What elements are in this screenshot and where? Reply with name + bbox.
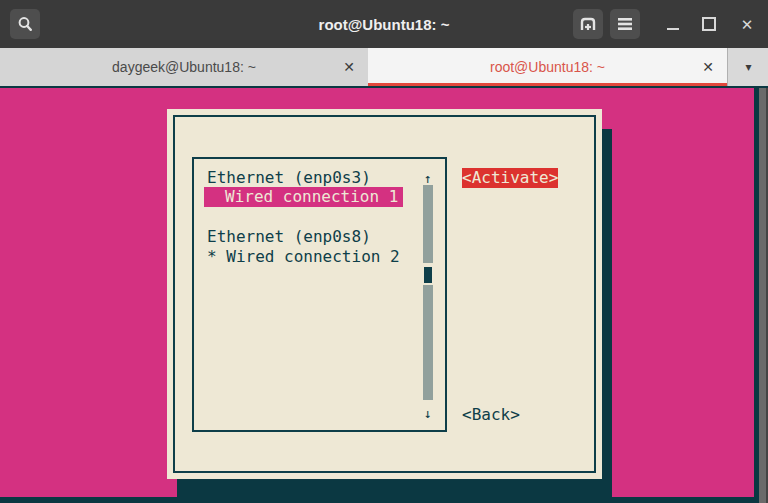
tab-bar: daygeek@Ubuntu18: ~ ✕ root@Ubuntu18: ~ ✕… [0,48,768,86]
new-tab-icon [577,13,599,35]
tab-label: daygeek@Ubuntu18: ~ [112,59,256,75]
list-group-label: Ethernet (enp0s8) [207,227,371,247]
close-button[interactable]: ✕ [733,0,761,48]
list-item-selected[interactable]: Wired connection 1 [204,187,403,207]
scroll-up-icon[interactable]: ↑ [423,169,433,185]
maximize-button[interactable] [695,0,723,48]
listbox-scrollbar: ↑ ↓ [423,159,433,430]
tab-close-icon[interactable]: ✕ [702,48,714,86]
terminal-viewport: Ethernet (enp0s3) Wired connection 1 Eth… [0,86,768,503]
scroll-thumb[interactable] [424,267,432,283]
titlebar: root@Ubuntu18: ~ ✕ [0,0,768,48]
tab-daygeek[interactable]: daygeek@Ubuntu18: ~ ✕ [0,48,369,86]
tab-list-dropdown-button[interactable]: ▾ [727,48,768,86]
window-title: root@Ubuntu18: ~ [0,0,768,48]
connection-listbox: Ethernet (enp0s3) Wired connection 1 Eth… [192,157,447,432]
menu-button[interactable] [610,9,640,39]
minimize-icon [667,28,679,30]
scroll-track[interactable] [423,185,433,263]
list-item[interactable]: * Wired connection 2 [207,247,400,267]
chevron-down-icon: ▾ [745,60,751,74]
nmtui-dialog: Ethernet (enp0s3) Wired connection 1 Eth… [167,109,602,479]
activate-button[interactable]: <Activate> [462,168,558,188]
new-tab-button[interactable] [573,9,603,39]
terminal-scrollbar[interactable] [759,88,768,503]
close-icon: ✕ [741,17,754,32]
list-group-label: Ethernet (enp0s3) [207,168,371,188]
tab-close-icon[interactable]: ✕ [343,48,355,86]
scroll-track[interactable] [423,285,433,400]
hamburger-menu-icon [616,16,634,32]
minimize-button[interactable] [659,0,687,48]
maximize-icon [702,17,716,31]
tab-label: root@Ubuntu18: ~ [490,59,605,75]
scroll-down-icon[interactable]: ↓ [423,404,433,420]
back-button[interactable]: <Back> [462,405,520,425]
tab-root-active[interactable]: root@Ubuntu18: ~ ✕ [368,48,727,86]
